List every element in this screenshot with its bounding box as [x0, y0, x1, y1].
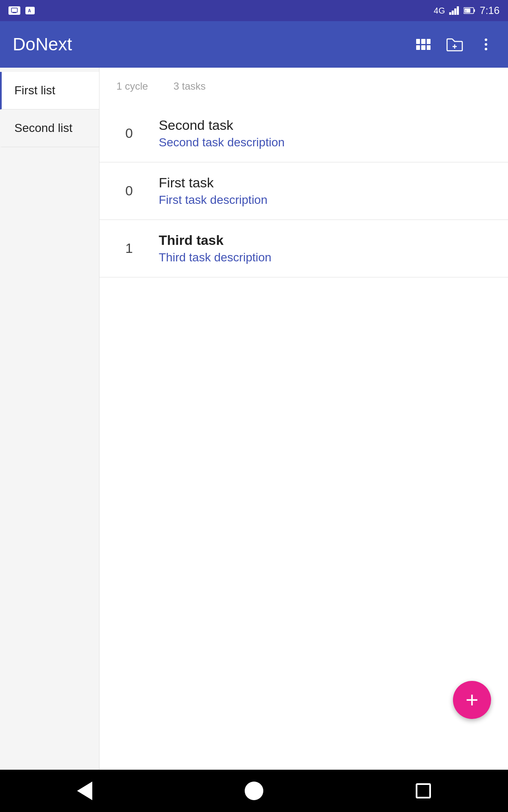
sidebar-item-first-list[interactable]: First list	[0, 72, 99, 110]
subheader: 1 cycle 3 tasks	[99, 68, 508, 105]
add-task-fab[interactable]: +	[453, 681, 491, 719]
svg-rect-4	[452, 11, 454, 15]
fab-container: +	[453, 681, 491, 719]
app-title: DoNext	[13, 34, 414, 55]
task-description: Third task description	[159, 251, 491, 264]
sidebar: First list Second list	[0, 68, 99, 770]
app-bar: DoNext	[0, 21, 508, 68]
task-item[interactable]: 0 Second task Second task description	[99, 105, 508, 162]
add-folder-button[interactable]	[445, 35, 464, 54]
task-count: 0	[116, 126, 142, 141]
task-count: 0	[116, 183, 142, 199]
svg-text:!: !	[465, 9, 467, 13]
task-details: First task First task description	[159, 175, 491, 207]
home-icon	[245, 782, 263, 800]
svg-rect-5	[454, 8, 456, 15]
task-details: Second task Second task description	[159, 118, 491, 149]
task-item[interactable]: 1 Third task Third task description	[99, 220, 508, 277]
fab-plus-icon: +	[466, 689, 478, 711]
app-icon-1	[8, 6, 20, 15]
task-details: Third task Third task description	[159, 233, 491, 264]
task-name: First task	[159, 175, 491, 191]
signal-indicator: 4G	[434, 6, 445, 16]
svg-rect-1	[13, 12, 16, 13]
back-icon	[77, 782, 92, 800]
app-icon-2: A	[25, 7, 35, 14]
task-name: Third task	[159, 233, 491, 248]
task-list: 0 Second task Second task description 0 …	[99, 105, 508, 770]
time-display: 7:16	[480, 5, 500, 16]
svg-rect-0	[11, 8, 17, 12]
task-area: 1 cycle 3 tasks 0 Second task Second tas…	[99, 68, 508, 770]
status-bar: A 4G ! 7:16	[0, 0, 508, 21]
sidebar-item-second-list[interactable]: Second list	[0, 110, 99, 147]
tasks-count: 3 tasks	[174, 80, 206, 92]
task-item[interactable]: 0 First task First task description	[99, 162, 508, 220]
task-description: Second task description	[159, 136, 491, 149]
task-count: 1	[116, 241, 142, 256]
svg-rect-6	[457, 6, 459, 15]
task-description: First task description	[159, 193, 491, 207]
bottom-nav	[0, 770, 508, 812]
recents-button[interactable]	[411, 778, 436, 804]
svg-rect-8	[474, 9, 475, 12]
cycle-count: 1 cycle	[116, 80, 148, 92]
home-button[interactable]	[241, 778, 267, 804]
grid-view-button[interactable]	[414, 35, 433, 54]
signal-bars-icon	[449, 6, 459, 15]
task-name: Second task	[159, 118, 491, 133]
recents-icon	[416, 783, 431, 798]
svg-rect-3	[449, 12, 451, 15]
battery-icon: !	[464, 7, 475, 14]
back-button[interactable]	[72, 778, 97, 804]
svg-text:A: A	[28, 8, 31, 13]
more-options-button[interactable]	[477, 35, 495, 54]
